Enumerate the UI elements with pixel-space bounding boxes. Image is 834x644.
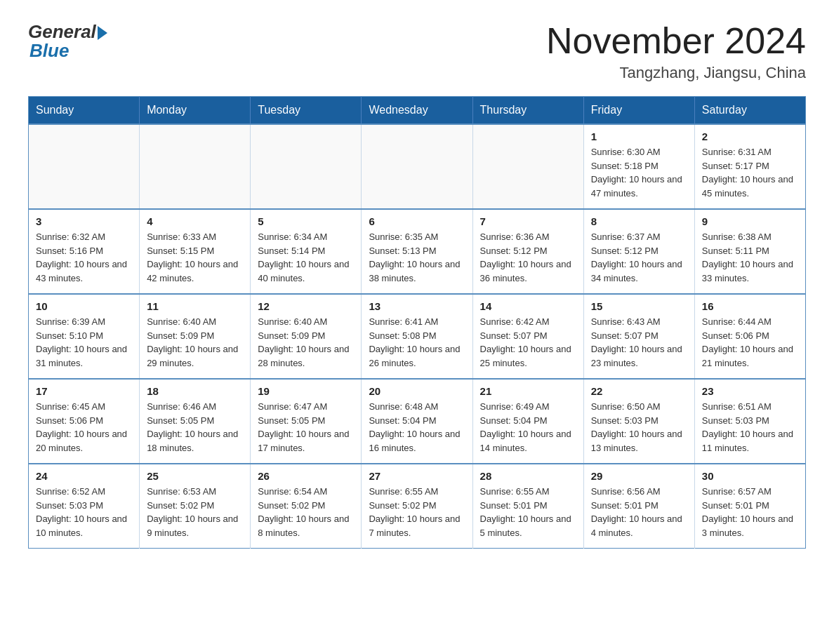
day-number: 19 xyxy=(258,385,354,397)
day-info: Sunrise: 6:43 AMSunset: 5:07 PMDaylight:… xyxy=(591,315,687,370)
logo-arrow-icon xyxy=(98,26,107,40)
day-of-week-thursday: Thursday xyxy=(472,97,583,125)
day-info: Sunrise: 6:31 AMSunset: 5:17 PMDaylight:… xyxy=(702,145,798,200)
calendar-cell: 2Sunrise: 6:31 AMSunset: 5:17 PMDaylight… xyxy=(694,124,805,209)
day-number: 15 xyxy=(591,300,687,312)
calendar-cell: 21Sunrise: 6:49 AMSunset: 5:04 PMDayligh… xyxy=(472,379,583,464)
calendar-cell: 4Sunrise: 6:33 AMSunset: 5:15 PMDaylight… xyxy=(140,209,251,294)
week-row-4: 17Sunrise: 6:45 AMSunset: 5:06 PMDayligh… xyxy=(29,379,806,464)
day-info: Sunrise: 6:42 AMSunset: 5:07 PMDaylight:… xyxy=(480,315,576,370)
calendar-cell: 25Sunrise: 6:53 AMSunset: 5:02 PMDayligh… xyxy=(140,464,251,549)
day-number: 24 xyxy=(36,470,132,482)
day-info: Sunrise: 6:44 AMSunset: 5:06 PMDaylight:… xyxy=(702,315,798,370)
month-title: November 2024 xyxy=(546,21,806,61)
day-number: 4 xyxy=(147,215,243,227)
calendar-cell: 16Sunrise: 6:44 AMSunset: 5:06 PMDayligh… xyxy=(694,294,805,379)
day-info: Sunrise: 6:48 AMSunset: 5:04 PMDaylight:… xyxy=(369,400,465,455)
calendar-cell: 10Sunrise: 6:39 AMSunset: 5:10 PMDayligh… xyxy=(29,294,140,379)
location-text: Tangzhang, Jiangsu, China xyxy=(546,64,806,82)
day-of-week-friday: Friday xyxy=(583,97,694,125)
calendar-header: SundayMondayTuesdayWednesdayThursdayFrid… xyxy=(29,97,806,125)
day-info: Sunrise: 6:40 AMSunset: 5:09 PMDaylight:… xyxy=(258,315,354,370)
day-info: Sunrise: 6:54 AMSunset: 5:02 PMDaylight:… xyxy=(258,485,354,539)
day-number: 11 xyxy=(147,300,243,312)
day-info: Sunrise: 6:41 AMSunset: 5:08 PMDaylight:… xyxy=(369,315,465,370)
day-info: Sunrise: 6:55 AMSunset: 5:02 PMDaylight:… xyxy=(369,485,465,539)
day-of-week-saturday: Saturday xyxy=(694,97,805,125)
calendar-cell: 20Sunrise: 6:48 AMSunset: 5:04 PMDayligh… xyxy=(362,379,472,464)
calendar-cell: 26Sunrise: 6:54 AMSunset: 5:02 PMDayligh… xyxy=(251,464,362,549)
calendar-cell: 29Sunrise: 6:56 AMSunset: 5:01 PMDayligh… xyxy=(583,464,694,549)
day-number: 12 xyxy=(258,300,354,312)
day-info: Sunrise: 6:35 AMSunset: 5:13 PMDaylight:… xyxy=(369,230,465,285)
week-row-5: 24Sunrise: 6:52 AMSunset: 5:03 PMDayligh… xyxy=(29,464,806,549)
day-number: 18 xyxy=(147,385,243,397)
day-number: 14 xyxy=(480,300,576,312)
day-info: Sunrise: 6:39 AMSunset: 5:10 PMDaylight:… xyxy=(36,315,132,370)
calendar-cell: 8Sunrise: 6:37 AMSunset: 5:12 PMDaylight… xyxy=(583,209,694,294)
day-number: 25 xyxy=(147,470,243,482)
calendar-cell: 30Sunrise: 6:57 AMSunset: 5:01 PMDayligh… xyxy=(694,464,805,549)
calendar-cell: 5Sunrise: 6:34 AMSunset: 5:14 PMDaylight… xyxy=(251,209,362,294)
day-number: 27 xyxy=(369,470,465,482)
day-info: Sunrise: 6:36 AMSunset: 5:12 PMDaylight:… xyxy=(480,230,576,285)
day-number: 10 xyxy=(36,300,132,312)
day-info: Sunrise: 6:53 AMSunset: 5:02 PMDaylight:… xyxy=(147,485,243,539)
day-info: Sunrise: 6:47 AMSunset: 5:05 PMDaylight:… xyxy=(258,400,354,455)
calendar-cell: 13Sunrise: 6:41 AMSunset: 5:08 PMDayligh… xyxy=(362,294,472,379)
day-info: Sunrise: 6:55 AMSunset: 5:01 PMDaylight:… xyxy=(480,485,576,539)
calendar-body: 1Sunrise: 6:30 AMSunset: 5:18 PMDaylight… xyxy=(29,124,806,549)
day-info: Sunrise: 6:34 AMSunset: 5:14 PMDaylight:… xyxy=(258,230,354,285)
calendar-cell xyxy=(29,124,140,209)
day-number: 5 xyxy=(258,215,354,227)
calendar-cell: 1Sunrise: 6:30 AMSunset: 5:18 PMDaylight… xyxy=(583,124,694,209)
day-info: Sunrise: 6:45 AMSunset: 5:06 PMDaylight:… xyxy=(36,400,132,455)
day-number: 8 xyxy=(591,215,687,227)
day-info: Sunrise: 6:46 AMSunset: 5:05 PMDaylight:… xyxy=(147,400,243,455)
day-of-week-tuesday: Tuesday xyxy=(251,97,362,125)
logo-blue-text: Blue xyxy=(29,40,69,62)
week-row-1: 1Sunrise: 6:30 AMSunset: 5:18 PMDaylight… xyxy=(29,124,806,209)
days-of-week-row: SundayMondayTuesdayWednesdayThursdayFrid… xyxy=(29,97,806,125)
calendar-table: SundayMondayTuesdayWednesdayThursdayFrid… xyxy=(28,96,806,549)
day-info: Sunrise: 6:56 AMSunset: 5:01 PMDaylight:… xyxy=(591,485,687,539)
day-number: 26 xyxy=(258,470,354,482)
day-number: 9 xyxy=(702,215,798,227)
page-header: General Blue November 2024 Tangzhang, Ji… xyxy=(28,21,806,82)
day-number: 16 xyxy=(702,300,798,312)
calendar-cell: 9Sunrise: 6:38 AMSunset: 5:11 PMDaylight… xyxy=(694,209,805,294)
calendar-cell: 24Sunrise: 6:52 AMSunset: 5:03 PMDayligh… xyxy=(29,464,140,549)
day-number: 6 xyxy=(369,215,465,227)
calendar-cell: 18Sunrise: 6:46 AMSunset: 5:05 PMDayligh… xyxy=(140,379,251,464)
day-number: 1 xyxy=(591,130,687,142)
logo: General Blue xyxy=(28,21,107,62)
day-number: 28 xyxy=(480,470,576,482)
calendar-cell: 27Sunrise: 6:55 AMSunset: 5:02 PMDayligh… xyxy=(362,464,472,549)
day-info: Sunrise: 6:30 AMSunset: 5:18 PMDaylight:… xyxy=(591,145,687,200)
calendar-cell: 19Sunrise: 6:47 AMSunset: 5:05 PMDayligh… xyxy=(251,379,362,464)
week-row-2: 3Sunrise: 6:32 AMSunset: 5:16 PMDaylight… xyxy=(29,209,806,294)
day-info: Sunrise: 6:38 AMSunset: 5:11 PMDaylight:… xyxy=(702,230,798,285)
day-number: 3 xyxy=(36,215,132,227)
day-info: Sunrise: 6:52 AMSunset: 5:03 PMDaylight:… xyxy=(36,485,132,539)
day-info: Sunrise: 6:33 AMSunset: 5:15 PMDaylight:… xyxy=(147,230,243,285)
day-number: 29 xyxy=(591,470,687,482)
calendar-cell xyxy=(472,124,583,209)
calendar-cell: 14Sunrise: 6:42 AMSunset: 5:07 PMDayligh… xyxy=(472,294,583,379)
day-info: Sunrise: 6:51 AMSunset: 5:03 PMDaylight:… xyxy=(702,400,798,455)
day-of-week-monday: Monday xyxy=(140,97,251,125)
calendar-cell xyxy=(251,124,362,209)
day-info: Sunrise: 6:57 AMSunset: 5:01 PMDaylight:… xyxy=(702,485,798,539)
day-number: 30 xyxy=(702,470,798,482)
calendar-cell: 28Sunrise: 6:55 AMSunset: 5:01 PMDayligh… xyxy=(472,464,583,549)
calendar-cell: 17Sunrise: 6:45 AMSunset: 5:06 PMDayligh… xyxy=(29,379,140,464)
day-info: Sunrise: 6:40 AMSunset: 5:09 PMDaylight:… xyxy=(147,315,243,370)
day-info: Sunrise: 6:50 AMSunset: 5:03 PMDaylight:… xyxy=(591,400,687,455)
calendar-cell xyxy=(362,124,472,209)
day-number: 13 xyxy=(369,300,465,312)
day-number: 7 xyxy=(480,215,576,227)
calendar-cell: 3Sunrise: 6:32 AMSunset: 5:16 PMDaylight… xyxy=(29,209,140,294)
calendar-cell xyxy=(140,124,251,209)
calendar-cell: 11Sunrise: 6:40 AMSunset: 5:09 PMDayligh… xyxy=(140,294,251,379)
calendar-cell: 23Sunrise: 6:51 AMSunset: 5:03 PMDayligh… xyxy=(694,379,805,464)
